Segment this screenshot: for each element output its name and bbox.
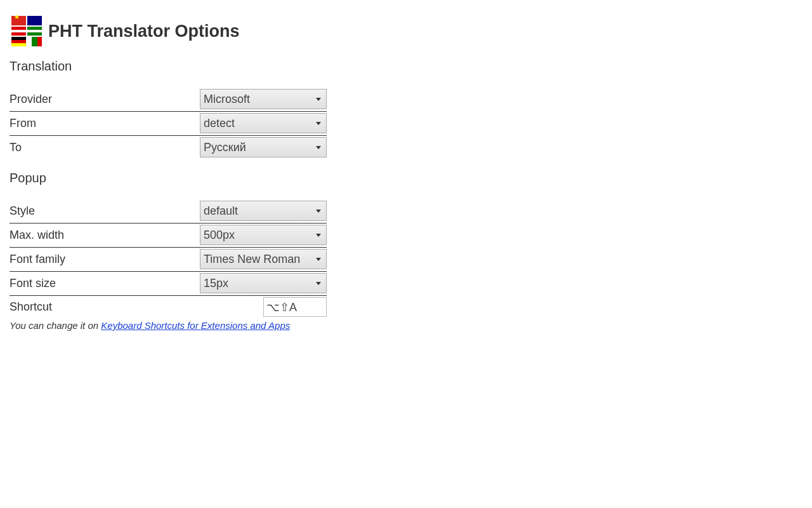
fontfamily-select[interactable]: Times New Roman (200, 249, 327, 269)
shortcut-input[interactable] (263, 297, 327, 317)
to-select[interactable]: Русский (200, 137, 327, 157)
from-select[interactable]: detect (200, 113, 327, 133)
app-logo (11, 16, 42, 46)
popup-form: Style default Max. width 500px Font fami… (10, 199, 327, 331)
section-translation-title: Translation (10, 59, 802, 74)
provider-label: Provider (10, 93, 52, 106)
fontsize-select[interactable]: 15px (200, 273, 327, 293)
translation-form: Provider Microsoft From detect To Русски… (10, 88, 327, 159)
maxwidth-select[interactable]: 500px (200, 225, 327, 245)
shortcut-hint-text: You can change it on (10, 320, 101, 331)
shortcut-hint: You can change it on Keyboard Shortcuts … (10, 320, 327, 331)
maxwidth-label: Max. width (10, 229, 64, 242)
fontfamily-label: Font family (10, 253, 65, 266)
shortcut-label: Shortcut (10, 300, 52, 314)
shortcut-hint-link[interactable]: Keyboard Shortcuts for Extensions and Ap… (101, 320, 290, 331)
to-label: To (10, 141, 22, 154)
page-title: PHT Translator Options (48, 22, 240, 41)
section-popup-title: Popup (10, 171, 802, 185)
provider-select[interactable]: Microsoft (200, 89, 327, 109)
from-label: From (10, 117, 36, 130)
style-select[interactable]: default (200, 201, 327, 221)
fontsize-label: Font size (10, 277, 56, 290)
style-label: Style (10, 204, 35, 218)
